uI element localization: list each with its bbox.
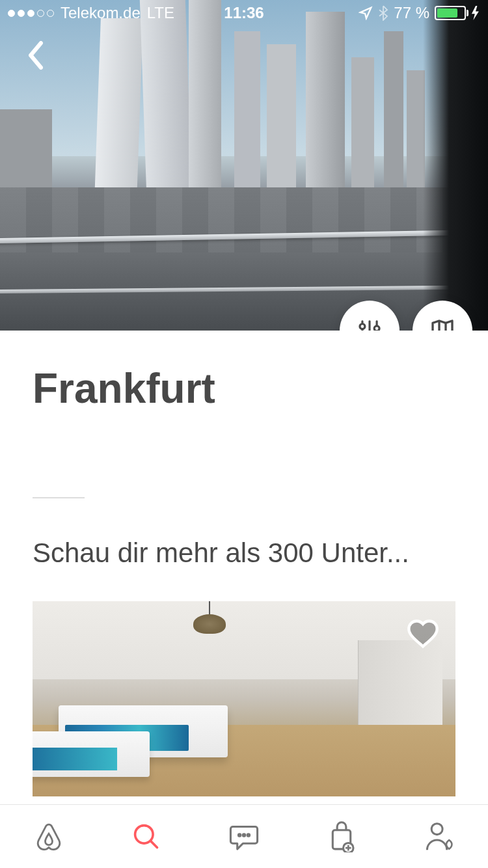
tab-inbox[interactable]	[218, 817, 270, 856]
filters-button[interactable]	[340, 301, 400, 331]
sliders-icon	[357, 318, 382, 331]
back-button[interactable]	[20, 39, 52, 72]
listings-count-text: Schau dir mehr als 300 Unter...	[33, 537, 455, 569]
battery-icon	[435, 6, 466, 20]
chevron-left-icon	[27, 41, 45, 70]
hero-image	[0, 0, 488, 331]
tab-search[interactable]	[120, 817, 172, 856]
content-section: Frankfurt Schau dir mehr als 300 Unter..…	[0, 331, 488, 569]
svg-point-10	[238, 834, 240, 835]
search-icon	[132, 822, 161, 851]
map-icon	[429, 318, 455, 331]
status-right: 77 %	[359, 4, 480, 22]
map-button[interactable]	[413, 301, 472, 331]
svg-point-11	[243, 834, 245, 835]
carrier-label: Telekom.de	[61, 4, 141, 22]
charging-icon	[471, 6, 480, 20]
svg-line-9	[150, 841, 157, 847]
airbnb-logo-icon	[34, 821, 63, 852]
svg-point-5	[374, 326, 379, 331]
tab-explore[interactable]	[23, 817, 75, 856]
signal-strength-icon	[8, 10, 54, 17]
person-icon	[425, 821, 454, 852]
svg-point-15	[431, 823, 442, 834]
hero-actions	[340, 301, 472, 331]
location-icon	[359, 6, 373, 20]
battery-percent-label: 77 %	[394, 4, 429, 22]
tab-trips[interactable]	[316, 817, 368, 856]
tab-bar	[0, 804, 488, 868]
status-left: Telekom.de LTE	[8, 4, 174, 22]
bag-icon	[328, 821, 355, 852]
chat-icon	[228, 822, 260, 851]
city-title: Frankfurt	[33, 364, 455, 413]
heart-icon	[406, 618, 440, 649]
divider	[33, 497, 85, 498]
svg-point-12	[247, 834, 249, 835]
bluetooth-icon	[378, 5, 388, 21]
wishlist-button[interactable]	[403, 614, 442, 653]
clock-label: 11:36	[224, 4, 264, 22]
tab-profile[interactable]	[413, 817, 465, 856]
network-label: LTE	[147, 4, 174, 22]
status-bar: Telekom.de LTE 11:36 77 %	[0, 0, 488, 26]
svg-point-1	[360, 324, 365, 329]
listing-card[interactable]	[33, 601, 455, 796]
